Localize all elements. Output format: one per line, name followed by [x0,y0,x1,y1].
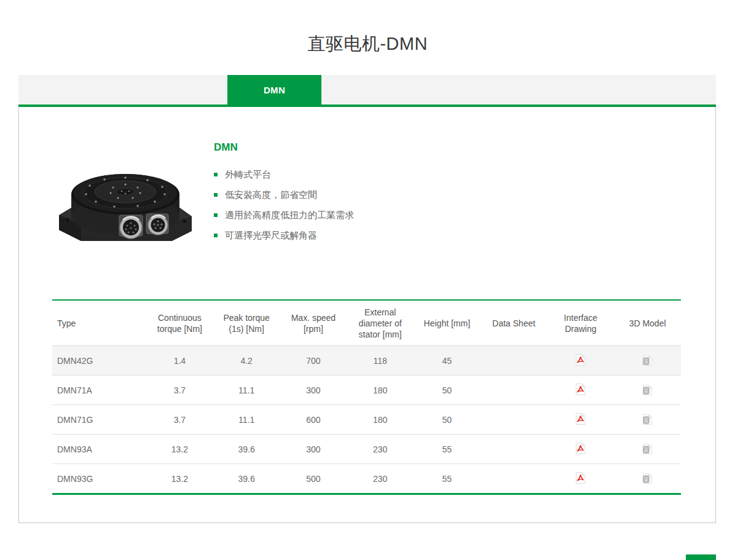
cell-data-sheet [481,405,548,435]
motor-illustration [54,159,197,252]
product-page: 直驱电机-DMN DMN [0,0,735,560]
cell-interface-drawing [547,405,614,435]
col-header-type: Type [52,300,146,346]
table-header-row: Type Continuous torque [Nm] Peak torque … [52,300,681,346]
col-header-peak-torque: Peak torque (1s) [Nm] [213,300,280,346]
cell-type: DMN71A [52,376,146,405]
spec-table: Type Continuous torque [Nm] Peak torque … [52,299,681,495]
pdf-icon[interactable] [575,442,586,455]
feature-item: 低安裝高度，節省空間 [214,189,558,201]
col-header-continuous-torque: Continuous torque [Nm] [146,300,213,346]
col-header-interface-drawing: Interface Drawing [547,300,614,346]
scroll-top-button[interactable] [686,554,716,560]
cell-type: DMN93A [52,435,146,464]
cell-continuous-torque: 3.7 [146,405,213,435]
cell-peak-torque: 4.2 [213,346,280,376]
col-header-stator-diameter: External diameter of stator [mm] [347,300,414,346]
cell-type: DMN42G [52,346,146,376]
cell-height: 50 [414,405,481,435]
pdf-icon[interactable] [575,471,586,484]
cell-max-speed: 300 [280,435,347,464]
feature-text: 外轉式平台 [225,168,271,181]
cell-3d-model [614,405,681,435]
tab-bar: DMN [18,75,716,107]
cell-interface-drawing [547,435,614,464]
cell-max-speed: 600 [280,405,347,435]
product-name: DMN [214,141,558,154]
cell-interface-drawing [547,346,614,376]
cad-file-icon[interactable] [642,412,653,425]
cell-height: 55 [414,464,481,494]
cell-stator-diameter: 180 [347,376,414,405]
col-header-data-sheet: Data Sheet [481,300,548,346]
bullet-square-icon [214,173,218,176]
cell-3d-model [614,464,681,494]
col-header-height: Height [mm] [414,300,481,346]
cad-file-icon[interactable] [642,383,653,396]
cell-continuous-torque: 3.7 [146,376,213,405]
table-row: DMN42G 1.4 4.2 700 118 45 [52,346,681,376]
cell-type: DMN93G [52,464,146,494]
feature-list: 外轉式平台 低安裝高度，節省空間 適用於高精度低扭力的工業需求 可選擇光學尺或解… [214,168,558,242]
spec-table-wrap: Type Continuous torque [Nm] Peak torque … [52,299,681,495]
cell-interface-drawing [547,464,614,494]
cad-file-icon[interactable] [642,353,653,366]
cell-3d-model [614,376,681,405]
feature-item: 適用於高精度低扭力的工業需求 [214,209,558,221]
tab-dmn[interactable]: DMN [227,75,321,105]
pdf-icon[interactable] [575,383,586,396]
cad-file-icon[interactable] [642,471,653,484]
bullet-square-icon [214,193,218,197]
feature-text: 適用於高精度低扭力的工業需求 [225,209,354,221]
cad-file-icon[interactable] [642,442,653,455]
cell-peak-torque: 11.1 [213,376,280,405]
cell-data-sheet [481,346,548,376]
pdf-icon[interactable] [575,412,586,425]
cell-stator-diameter: 118 [347,346,414,376]
table-row: DMN71A 3.7 11.1 300 180 50 [52,376,681,405]
cell-data-sheet [481,435,548,464]
cell-interface-drawing [547,376,614,405]
cell-continuous-torque: 1.4 [146,346,213,376]
feature-text: 可選擇光學尺或解角器 [225,229,317,242]
cell-height: 55 [414,435,481,464]
product-photo-dmn-motor [54,159,197,252]
product-info: DMN 外轉式平台 低安裝高度，節省空間 適用於高精度低扭力的工業需求 可選擇光… [214,141,558,250]
table-row: DMN93G 13.2 39.6 500 230 55 [52,464,681,494]
cell-type: DMN71G [52,405,146,435]
cell-height: 50 [414,376,481,405]
bullet-square-icon [214,213,218,217]
bullet-square-icon [214,234,218,237]
feature-item: 外轉式平台 [214,168,558,181]
cell-continuous-torque: 13.2 [146,464,213,494]
page-title: 直驱电机-DMN [0,32,735,57]
cell-peak-torque: 39.6 [213,435,280,464]
cell-max-speed: 500 [280,464,347,494]
cell-max-speed: 300 [280,376,347,405]
table-row: DMN71G 3.7 11.1 600 180 50 [52,405,681,435]
pdf-icon[interactable] [575,353,586,366]
cell-peak-torque: 11.1 [213,405,280,435]
feature-text: 低安裝高度，節省空間 [225,189,317,201]
cell-max-speed: 700 [280,346,347,376]
cell-continuous-torque: 13.2 [146,435,213,464]
cell-data-sheet [481,464,548,494]
col-header-max-speed: Max. speed [rpm] [280,300,347,346]
cell-3d-model [614,346,681,376]
cell-stator-diameter: 230 [347,435,414,464]
cell-peak-torque: 39.6 [213,464,280,494]
cell-3d-model [614,435,681,464]
col-header-3d-model: 3D Model [614,300,681,346]
table-row: DMN93A 13.2 39.6 300 230 55 [52,435,681,464]
cell-data-sheet [481,376,548,405]
cell-stator-diameter: 180 [347,405,414,435]
cell-height: 45 [414,346,481,376]
cell-stator-diameter: 230 [347,464,414,494]
feature-item: 可選擇光學尺或解角器 [214,229,558,242]
